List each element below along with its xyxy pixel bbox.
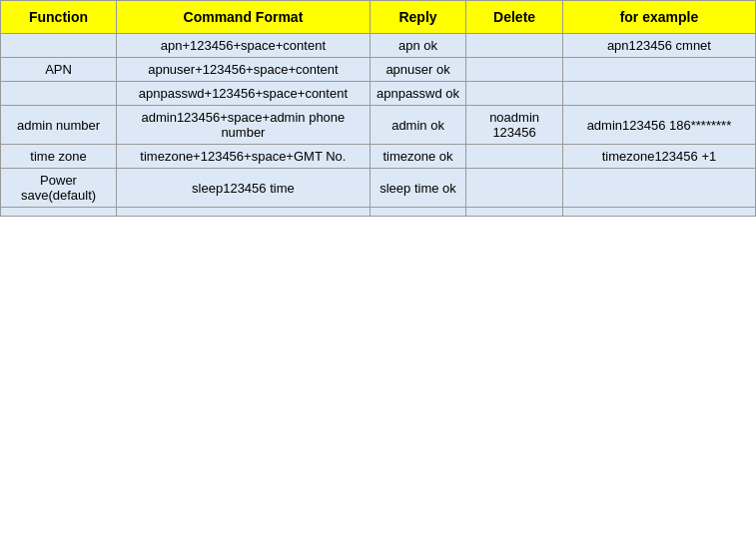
cell-example: admin123456 186******** [562,106,755,145]
cell-delete [466,208,563,217]
header-reply: Reply [370,1,466,34]
cell-reply: apnuser ok [370,58,466,82]
cell-reply: apnpasswd ok [370,82,466,106]
cell-delete [466,58,563,82]
cell-example: timezone123456 +1 [562,145,755,169]
header-command: Command Format [117,1,371,34]
cell-delete [466,34,563,58]
cell-delete: noadmin 123456 [466,106,563,145]
cell-function [1,82,117,106]
cell-example: apn123456 cmnet [562,34,755,58]
header-example: for example [562,1,755,34]
cell-reply [370,208,466,217]
cell-function [1,34,117,58]
cell-command: admin123456+space+admin phone number [117,106,371,145]
table-row [1,208,756,217]
cell-delete [466,169,563,208]
cell-example [562,58,755,82]
cell-command: apnpasswd+123456+space+content [117,82,371,106]
cell-example [562,169,755,208]
cell-delete [466,145,563,169]
header-function: Function [1,1,117,34]
cell-function: admin number [1,106,117,145]
cell-reply: admin ok [370,106,466,145]
command-table: Function Command Format Reply Delete for… [0,0,756,217]
cell-command: timezone+123456+space+GMT No. [117,145,371,169]
cell-delete [466,82,563,106]
header-delete: Delete [466,1,563,34]
cell-command: apnuser+123456+space+content [117,58,371,82]
cell-function: time zone [1,145,117,169]
table-row: apnpasswd+123456+space+contentapnpasswd … [1,82,756,106]
cell-reply: sleep time ok [370,169,466,208]
cell-command: sleep123456 time [117,169,371,208]
cell-command: apn+123456+space+content [117,34,371,58]
table-row: Power save(default)sleep123456 timesleep… [1,169,756,208]
cell-example [562,208,755,217]
cell-command [117,208,371,217]
cell-example [562,82,755,106]
cell-reply: apn ok [370,34,466,58]
table-row: APNapnuser+123456+space+contentapnuser o… [1,58,756,82]
cell-function: APN [1,58,117,82]
table-row: time zonetimezone+123456+space+GMT No.ti… [1,145,756,169]
table-row: apn+123456+space+contentapn okapn123456 … [1,34,756,58]
table-row: admin numberadmin123456+space+admin phon… [1,106,756,145]
cell-function [1,208,117,217]
cell-function: Power save(default) [1,169,117,208]
cell-reply: timezone ok [370,145,466,169]
